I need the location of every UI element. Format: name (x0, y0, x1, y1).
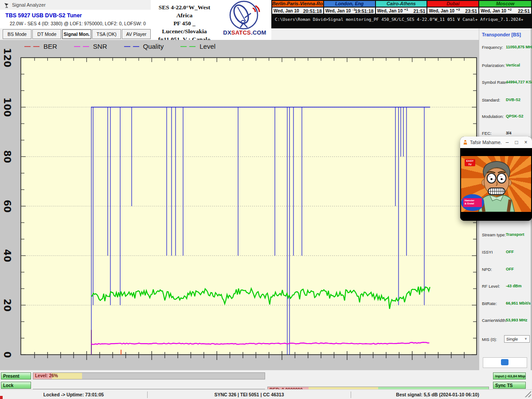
video-window-titlebar[interactable]: Tafsir Mahame... – □ × (460, 137, 532, 149)
tuner-name: TBS 5927 USB DVB-S2 Tuner (5, 12, 82, 19)
chart-legend: BERSNRQualityLevel (24, 43, 215, 50)
transponder-row-value: Transport (506, 232, 524, 237)
chevron-down-icon: ▼ (524, 337, 528, 341)
video-window-title: Tafsir Mahame... (470, 140, 501, 145)
transponder-row-label: RF Level: (482, 284, 500, 289)
legend-label: BER (43, 43, 57, 50)
transponder-row-value: 3/4 (506, 131, 512, 135)
panel-blue-icon[interactable] (501, 359, 509, 365)
console-prompt: C:\Users\Roman Dávid>Signal monitoring_P… (271, 15, 532, 28)
clock-dubai: DubaiWed, Jan 10+323:51 (427, 1, 479, 14)
monitoring-info-box: SES 4-22.0°W_West Africa PF 450 _ Lucene… (151, 0, 218, 40)
clock-city-label: Cairo-Athens (376, 1, 427, 8)
clock-utc-offset: +3 (456, 8, 460, 12)
video-content[interactable]: EASYTV Hamster & Gretel (460, 148, 532, 221)
transponder-row-value: OFF (506, 250, 514, 254)
transponder-row-label: Symbol Rate: (482, 80, 507, 85)
y-axis-label: 100 (2, 98, 12, 117)
statusbar-uptime: Locked -> Uptime: 73:01:05 (0, 392, 147, 397)
legend-dash-icon (124, 46, 139, 47)
sticker-title-line1: Hamster (465, 199, 482, 202)
legend-item-quality: Quality (124, 43, 164, 50)
clock-city-label: London, Eng (324, 1, 375, 8)
info-line-site: PF 450 _ Lucenec/Slovakia (151, 20, 218, 35)
clock-utc-offset: +1 (404, 8, 408, 12)
y-axis-label: 60 (2, 200, 12, 212)
y-axis-label: 40 (2, 249, 12, 262)
resize-grip[interactable] (525, 391, 531, 397)
app-title: Signal Analyzer (12, 2, 46, 8)
transponder-row-label: ISSYI (482, 250, 493, 254)
transponder-row-value: QPSK-S2 (506, 114, 524, 118)
dt-mode-button[interactable]: DT Mode (32, 29, 61, 39)
y-axis-label: 120 (2, 48, 12, 67)
legend-label: Level (200, 43, 215, 50)
clock-time: 22:51 (518, 8, 530, 14)
transponder-row-label: Stream type: (482, 232, 506, 237)
clock-date: Wed, Jan 10 (274, 8, 299, 13)
tuner-details: 22.0W - SES 4 (ID: 3380) @ LOF1: 9750000… (10, 21, 146, 26)
input-badge: Input (~63,84 Mbps) (493, 372, 526, 379)
y-axis-label: 0 (2, 352, 12, 358)
world-clocks: Berlin-Paris-Vienna-RomaWed, Jan 1020:51… (271, 0, 532, 15)
transponder-row-value: 66,951 Mbit/s (506, 301, 531, 305)
legend-dash-icon (180, 46, 196, 47)
present-badge: Present (1, 372, 31, 379)
sync-ts-badge: Sync TS (493, 382, 526, 389)
transponder-row-label: FEC: (482, 131, 492, 136)
tsa-button[interactable]: TSA (OK) (92, 29, 121, 39)
transponder-row-label: Modulation: (482, 114, 504, 119)
clock-city-label: Dubai (427, 1, 478, 8)
av-player-button[interactable]: AV Player (122, 29, 151, 39)
transponder-header: Transponder [BS] (482, 32, 521, 37)
statusbar-best-signal: Best signal: 5,5 dB (2024-01-10 06:10) (351, 392, 524, 397)
signal-chart-zone: BERSNRQualityLevel 120100806040200 (0, 40, 479, 370)
transponder-row-value: 53,993 MHz (506, 318, 528, 322)
bs-mode-button[interactable]: BS Mode (3, 29, 31, 39)
transponder-row-value: 44994,727 KS/s (506, 80, 532, 84)
mis-dropdown[interactable]: Single ▼ (504, 335, 530, 343)
clock-time: 23:51 (465, 8, 477, 14)
clock-date: Wed, Jan 10 (429, 8, 454, 13)
clock-berlin-paris-vienna-roma: Berlin-Paris-Vienna-RomaWed, Jan 1020:51… (272, 1, 324, 14)
minimize-button[interactable]: – (504, 139, 511, 145)
dxsatcs-logo: DXSATCS.COM (218, 0, 271, 40)
panel-input-field[interactable] (483, 357, 527, 368)
satellite-dish-icon (218, 0, 271, 29)
tuner-header: TBS 5927 USB DVB-S2 Tuner 22.0W - SES 4 … (0, 10, 151, 28)
transponder-row-value: OFF (506, 267, 514, 271)
show-sticker: Hamster & Gretel (461, 194, 484, 211)
signal-chart: 120100806040200 (0, 40, 479, 370)
easy-tv-badge: EASYTV (465, 159, 475, 166)
clock-city-label: Moscow (479, 1, 531, 8)
maximize-button[interactable]: □ (513, 139, 520, 145)
transponder-row-label: Standard: (482, 98, 500, 102)
clock-london-eng: London, EngWed, Jan 10-119:51:18 (324, 1, 376, 14)
clock-moscow: MoscowWed, Jan 10+222:51 (479, 1, 531, 14)
clock-city-label: Berlin-Paris-Vienna-Roma (272, 1, 323, 8)
sticker-title-line2: & Gretel (465, 202, 482, 205)
legend-label: SNR (93, 43, 107, 50)
clock-cairo-athens: Cairo-AthensWed, Jan 10+121:51 (376, 1, 428, 14)
video-player-window[interactable]: Tafsir Mahame... – □ × (460, 137, 532, 221)
info-line-satellite: SES 4-22.0°W_West Africa (151, 4, 218, 20)
logo-wordmark: DXSATCS.COM (218, 29, 271, 36)
y-axis-label: 80 (2, 150, 12, 163)
transponder-row-label: CarrierWidth: (482, 318, 507, 323)
clock-date: Wed, Jan 10 (325, 8, 351, 13)
transponder-row-value: DVB-S2 (506, 98, 520, 102)
level-bar: Level: 26% (33, 372, 265, 379)
legend-dash-icon (24, 46, 39, 47)
legend-item-ber: BER (24, 43, 57, 50)
signal-mon-button[interactable]: Signal Mon. (62, 29, 91, 39)
app-titlebar: Signal Analyzer (0, 0, 151, 10)
legend-dash-icon (74, 46, 89, 47)
close-button[interactable]: × (522, 139, 529, 145)
transponder-row-value: Vertical (506, 63, 520, 67)
clock-time: 21:51 (414, 8, 426, 14)
transponder-row-label: NPD: (482, 267, 492, 272)
corner-artifact (0, 396, 3, 399)
clock-date: Wed, Jan 10 (377, 8, 403, 13)
mode-button-row: BS Mode DT Mode Signal Mon. TSA (OK) AV … (0, 28, 151, 40)
mis-selected-value: Single (506, 336, 518, 341)
